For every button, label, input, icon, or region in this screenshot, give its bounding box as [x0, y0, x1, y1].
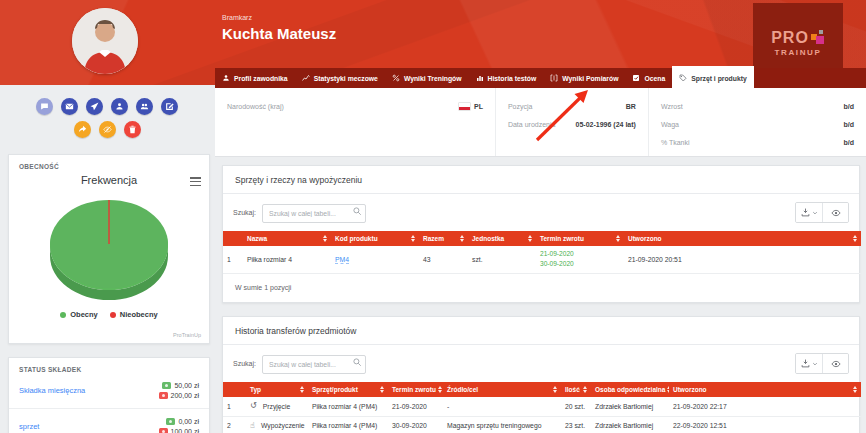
weight-value: b/d: [843, 121, 854, 128]
percent-icon: [392, 74, 400, 82]
legend-item-nieobecny[interactable]: Nieobecny: [110, 310, 158, 319]
tab-label: Statystyki meczowe: [314, 75, 378, 82]
tab-historia-testow[interactable]: Historia testów: [469, 68, 544, 88]
send-button[interactable]: [86, 98, 103, 115]
tab-statystyki-meczowe[interactable]: Statystyki meczowe: [295, 68, 385, 88]
col-kod-produktu[interactable]: Kod produktu: [331, 231, 419, 246]
position-value: BR: [626, 103, 636, 110]
sort-icon: [300, 386, 304, 393]
col-ilosc[interactable]: Ilość: [561, 382, 591, 397]
cell-termin: 21-09-2020: [388, 397, 443, 416]
legend-dot-green: [60, 312, 66, 318]
player-info-panel: Narodowość (kraj) PL Pozycja BR Data uro…: [215, 88, 866, 157]
deactivate-button[interactable]: [99, 121, 116, 138]
chart-menu-icon[interactable]: [190, 177, 201, 186]
nationality-value: PL: [459, 103, 483, 110]
tab-wyniki-pomiarow[interactable]: Wyniki Pomiarów: [543, 68, 625, 88]
col-termin-zwrotu[interactable]: Termin zwrotu: [388, 382, 443, 397]
fee-link-skladka-miesieczna[interactable]: Składka miesięczna: [19, 386, 85, 395]
equipment-loan-table: Nazwa Kod produktu Razem Jednostka Termi…: [223, 231, 861, 274]
player-action-buttons-row1: [36, 98, 178, 115]
row-index: 2: [223, 416, 246, 433]
player-action-buttons-row2: [74, 121, 141, 138]
search-input[interactable]: [262, 355, 366, 374]
tab-label: Historia testów: [488, 75, 537, 82]
table-toolbar: Szukaj:: [223, 345, 859, 382]
logo-text-pro: PRO: [771, 29, 809, 47]
visibility-button[interactable]: [822, 203, 848, 222]
cell-utworzono: 21-09-2020 22:17: [669, 397, 861, 416]
fee-due: 100,00 zł: [159, 428, 199, 433]
search-input[interactable]: [262, 204, 366, 223]
attendance-pie-chart: [9, 186, 209, 304]
legend-label: Nieobecny: [120, 310, 158, 319]
table-row: 2 ☝Wypożyczenie Piłka rozmiar 4 (PM4) 30…: [223, 416, 861, 433]
section-title: Historia transferów przedmiotów: [223, 317, 859, 345]
col-jednostka[interactable]: Jednostka: [468, 231, 536, 246]
attendance-card-label: OBECNOŚĆ: [9, 155, 209, 170]
delete-button[interactable]: [124, 121, 141, 138]
eye-icon: [831, 359, 841, 369]
comments-button[interactable]: [36, 98, 53, 115]
fees-card-label: STATUS SKŁADEK: [9, 358, 209, 373]
col-typ[interactable]: Typ: [246, 382, 308, 397]
fee-due: 200,00 zł: [159, 392, 199, 399]
player-card-button[interactable]: [111, 98, 128, 115]
tab-profil-zawodnika[interactable]: Profil zawodnika: [215, 68, 295, 88]
cell-nazwa: Piłka rozmiar 4: [243, 246, 331, 273]
logo-text-trainup: TRAINUP: [775, 48, 822, 57]
return-date-2: 30-09-2020: [540, 259, 620, 269]
cell-ilosc: 20 szt.: [561, 397, 591, 416]
export-button[interactable]: [796, 203, 822, 222]
cell-kod-produktu: PM4: [331, 246, 419, 273]
row-index: 1: [223, 246, 243, 273]
col-zrodlo-cel[interactable]: Źródło/cel: [443, 382, 561, 397]
paper-plane-icon: [90, 102, 99, 111]
line-chart-icon: [302, 74, 310, 82]
legend-item-obecny[interactable]: Obecny: [60, 310, 98, 319]
export-button[interactable]: [796, 354, 822, 373]
col-sprzet-produkt[interactable]: Sprzęt/produkt: [308, 382, 388, 397]
section-title: Sprzęty i rzeczy na wypożyczeniu: [223, 166, 859, 194]
col-utworzono[interactable]: Utworzono: [669, 382, 861, 397]
message-button[interactable]: [61, 98, 78, 115]
visibility-button[interactable]: [822, 354, 848, 373]
chevron-down-icon: [812, 210, 818, 216]
col-osoba-odpowiedzialna[interactable]: Osoba odpowiedzialna: [591, 382, 669, 397]
download-icon: [801, 208, 810, 217]
transfer-button[interactable]: [74, 121, 91, 138]
tab-label: Sprzęt i produkty: [691, 75, 747, 82]
search-icon: [352, 357, 362, 367]
cell-zrodlo: Magazyn sprzętu treningowego: [443, 416, 561, 433]
attendance-chart-title: Frekwencja: [9, 174, 209, 186]
users-icon: [140, 102, 149, 111]
col-utworzono[interactable]: Utworzono: [624, 231, 861, 246]
edit-button[interactable]: [161, 98, 178, 115]
sort-icon: [323, 235, 327, 242]
chat-icon: [40, 102, 49, 111]
col-nazwa[interactable]: Nazwa: [243, 231, 331, 246]
group-button[interactable]: [136, 98, 153, 115]
table-row: 1 ↺Przyjęcie Piłka rozmiar 4 (PM4) 21-09…: [223, 397, 861, 416]
equipment-loan-section: Sprzęty i rzeczy na wypożyczeniu Szukaj:: [222, 165, 860, 303]
tab-wyniki-treningow[interactable]: Wyniki Treningów: [385, 68, 469, 88]
money-due-icon: [159, 392, 168, 399]
cell-razem: 43: [419, 246, 468, 273]
sort-icon: [853, 235, 857, 242]
tab-ocena[interactable]: Ocena: [625, 68, 672, 88]
tissue-label: % Tkanki: [661, 139, 690, 146]
cell-typ: ↺Przyjęcie: [246, 397, 308, 416]
sort-icon: [553, 386, 557, 393]
fee-link-sprzet[interactable]: sprzet: [19, 422, 39, 431]
chart-watermark: ProTrainUp: [173, 332, 201, 338]
fee-item: Składka miesięczna 50,00 zł 200,00 zł: [9, 373, 209, 408]
table-row: 1 Piłka rozmiar 4 PM4 43 szt. 21-09-2020…: [223, 246, 861, 273]
row-index: 1: [223, 397, 246, 416]
product-code-link[interactable]: PM4: [335, 256, 349, 264]
col-razem[interactable]: Razem: [419, 231, 468, 246]
envelope-icon: [65, 102, 74, 111]
tab-sprzet-i-produkty[interactable]: Sprzęt i produkty: [672, 66, 754, 88]
col-termin-zwrotu[interactable]: Termin zwrotu: [536, 231, 624, 246]
transfer-history-section: Historia transferów przedmiotów Szukaj:: [222, 316, 860, 433]
measurement-icon: [550, 74, 558, 82]
